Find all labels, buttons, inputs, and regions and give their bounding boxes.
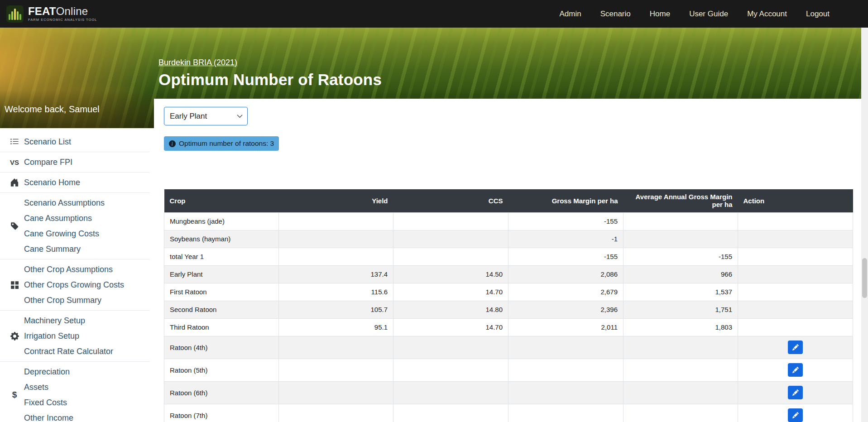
action-cell [738, 301, 853, 318]
yield-cell [279, 359, 393, 381]
sidebar-item-cane-assumptions[interactable]: Cane Assumptions [0, 211, 149, 226]
ccs-cell [393, 359, 508, 381]
yield-cell [279, 212, 393, 230]
gross-margin-cell: 2,011 [508, 318, 623, 336]
yield-cell: 137.4 [279, 265, 393, 283]
crop-cell: Ratoon (7th) [164, 404, 279, 422]
crop-cell: Mungbeans (jade) [164, 212, 279, 230]
vertical-scrollbar[interactable] [861, 28, 868, 422]
edit-ratoon-7th-button[interactable] [788, 408, 803, 422]
pencil-icon [792, 344, 799, 350]
action-cell [738, 381, 853, 404]
sidebar-item-cane-growing-costs[interactable]: Cane Growing Costs [0, 226, 149, 241]
ccs-cell [393, 212, 508, 230]
sidebar-item-fixed-costs[interactable]: Fixed Costs [0, 395, 149, 410]
welcome-message: Welcome back, Samuel [5, 104, 100, 115]
nav-links: Admin Scenario Home User Guide My Accoun… [559, 10, 830, 19]
nav-link-home[interactable]: Home [650, 10, 670, 19]
action-cell [738, 230, 853, 248]
avg-annual-gm-cell: -155 [623, 248, 738, 265]
table-row-third-ratoon: Third Ratoon 95.1 14.70 2,011 1,803 [164, 318, 853, 336]
featonline-logo[interactable]: FEATOnline FARM ECONOMIC ANALYSIS TOOL [6, 5, 97, 23]
ccs-cell: 14.50 [393, 265, 508, 283]
sidebar-group-scenario-list: Scenario List [0, 132, 149, 152]
avg-annual-gm-cell [623, 230, 738, 248]
column-header-crop: Crop [164, 189, 279, 212]
column-header-action: Action [738, 189, 853, 212]
sidebar-item-other-crop-summary[interactable]: Other Crop Summary [0, 293, 149, 308]
home-icon [9, 177, 20, 188]
sidebar-item-compare-fpi[interactable]: Compare FPI [0, 154, 149, 170]
scrollbar-thumb[interactable] [862, 258, 867, 298]
dollar-icon: $ [9, 389, 20, 400]
avg-annual-gm-cell [623, 404, 738, 422]
edit-ratoon-4th-button[interactable] [788, 340, 803, 354]
ccs-cell [393, 336, 508, 359]
pencil-icon [792, 367, 799, 373]
gross-margin-cell: -1 [508, 230, 623, 248]
nav-link-my-account[interactable]: My Account [747, 10, 787, 19]
sidebar-item-assets[interactable]: Assets [0, 379, 149, 395]
avg-annual-gm-cell [623, 359, 738, 381]
gross-margin-cell: -155 [508, 212, 623, 230]
nav-link-admin[interactable]: Admin [559, 10, 581, 19]
action-cell [738, 283, 853, 301]
crop-class-select-wrap: Early Plant [164, 107, 248, 125]
brand-name-online: Online [56, 5, 88, 17]
avg-annual-gm-cell [623, 336, 738, 359]
crop-cell: Third Ratoon [164, 318, 279, 336]
sidebar-item-depreciation[interactable]: Depreciation [0, 364, 149, 379]
action-cell [738, 248, 853, 265]
sidebar-item-irrigation-setup[interactable]: Irrigation Setup [0, 328, 149, 344]
table-row-ratoon-6th: Ratoon (6th) [164, 381, 853, 404]
action-cell [738, 212, 853, 230]
sidebar-item-scenario-assumptions[interactable]: Scenario Assumptions [0, 195, 149, 211]
table-row-first-ratoon: First Ratoon 115.6 14.70 2,679 1,537 [164, 283, 853, 301]
pencil-icon [792, 389, 799, 396]
vs-icon: VS [9, 157, 20, 168]
nav-link-user-guide[interactable]: User Guide [689, 10, 728, 19]
hero-heading: Burdekin BRIA (2021) Optimum Number of R… [158, 58, 382, 89]
crop-cell: First Ratoon [164, 283, 279, 301]
column-header-gross-margin: Gross Margin per ha [508, 189, 623, 212]
crop-cell: Ratoon (4th) [164, 336, 279, 359]
edit-ratoon-5th-button[interactable] [788, 363, 803, 377]
crop-cell: Second Ratoon [164, 301, 279, 318]
main-content: Early Plant Optimum number of ratoons: 3… [154, 99, 868, 422]
sidebar-item-scenario-home[interactable]: Scenario Home [0, 175, 149, 190]
action-cell [738, 404, 853, 422]
action-cell [738, 336, 853, 359]
sidebar-item-cane-summary[interactable]: Cane Summary [0, 241, 149, 257]
optimum-ratoons-badge: Optimum number of ratoons: 3 [164, 136, 279, 151]
gross-margin-cell [508, 404, 623, 422]
page-title: Optimum Number of Ratoons [158, 71, 382, 89]
edit-ratoon-6th-button[interactable] [788, 386, 803, 399]
sidebar-item-contract-rate-calculator[interactable]: Contract Rate Calculator [0, 344, 149, 359]
sidebar-group-financials: $ Depreciation Assets Fixed Costs Other … [0, 362, 149, 422]
gross-margin-cell: 2,086 [508, 265, 623, 283]
crop-class-select[interactable]: Early Plant [164, 107, 248, 125]
brand-text: FEATOnline FARM ECONOMIC ANALYSIS TOOL [28, 6, 97, 22]
gross-margin-cell [508, 381, 623, 404]
sidebar-item-other-crop-assumptions[interactable]: Other Crop Assumptions [0, 262, 149, 277]
crop-cell: Early Plant [164, 265, 279, 283]
avg-annual-gm-cell [623, 212, 738, 230]
sidebar-item-other-crops-growing-costs[interactable]: Other Crops Growing Costs [0, 277, 149, 293]
action-cell [738, 265, 853, 283]
gross-margin-cell: 2,679 [508, 283, 623, 301]
ccs-cell: 14.80 [393, 301, 508, 318]
sidebar-item-machinery-setup[interactable]: Machinery Setup [0, 313, 149, 328]
column-header-avg-annual-gross-margin: Average Annual Gross Margin per ha [623, 189, 738, 212]
nav-link-logout[interactable]: Logout [806, 10, 830, 19]
tag-icon [9, 221, 20, 231]
ratoons-table: Crop Yield CCS Gross Margin per ha Avera… [164, 189, 853, 422]
sidebar-item-scenario-list[interactable]: Scenario List [0, 134, 149, 149]
gross-margin-cell [508, 359, 623, 381]
yield-cell: 115.6 [279, 283, 393, 301]
breadcrumb-scenario-link[interactable]: Burdekin BRIA (2021) [158, 58, 237, 67]
ccs-cell [393, 230, 508, 248]
nav-link-scenario[interactable]: Scenario [600, 10, 631, 19]
yield-cell [279, 230, 393, 248]
sidebar-item-other-income[interactable]: Other Income [0, 410, 149, 422]
yield-cell [279, 248, 393, 265]
